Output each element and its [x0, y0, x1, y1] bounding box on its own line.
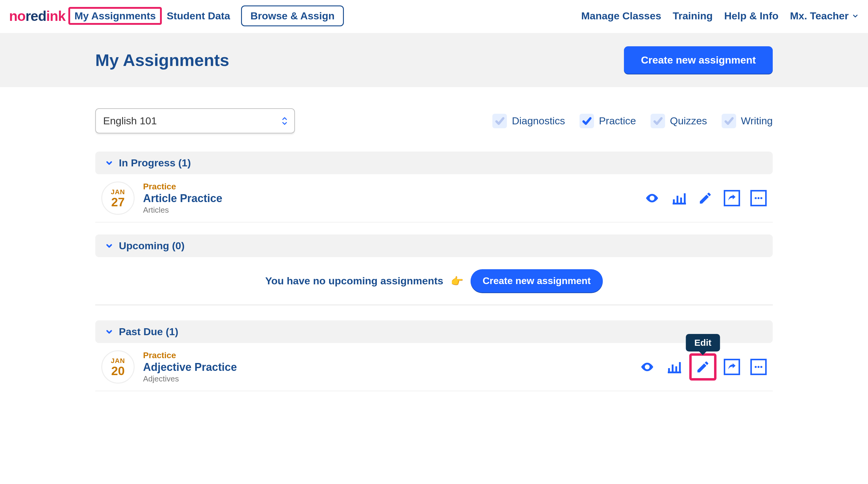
preview-icon[interactable]	[644, 190, 660, 206]
svg-point-7	[757, 197, 760, 199]
analytics-icon[interactable]	[666, 359, 682, 375]
main-content: English 101 Diagnostics Practice Quizzes	[95, 87, 773, 391]
date-month: JAN	[111, 188, 125, 196]
checkbox-icon	[722, 114, 736, 128]
section-label: Past Due (1)	[119, 326, 179, 338]
nav-browse-assign[interactable]: Browse & Assign	[241, 5, 344, 26]
filter-label: Practice	[599, 115, 636, 127]
row-actions	[644, 190, 767, 206]
filter-quizzes[interactable]: Quizzes	[651, 114, 707, 128]
date-badge: JAN 20	[101, 350, 134, 384]
chevron-down-icon	[105, 159, 114, 167]
filter-label: Writing	[741, 115, 773, 127]
logo-part-no: no	[9, 8, 25, 24]
user-menu[interactable]: Mx. Teacher	[790, 10, 859, 22]
select-chevrons-icon	[282, 117, 288, 125]
page-title: My Assignments	[95, 50, 229, 70]
create-assignment-button-inline[interactable]: Create new assignment	[471, 269, 603, 293]
assignment-type: Practice	[143, 182, 222, 191]
nav-my-assignments[interactable]: My Assignments	[68, 7, 162, 25]
create-assignment-button[interactable]: Create new assignment	[624, 46, 773, 74]
assignment-title[interactable]: Adjective Practice	[143, 361, 237, 373]
assignment-row: JAN 20 Practice Adjective Practice Adjec…	[95, 343, 773, 391]
assignment-info: Practice Article Practice Articles	[143, 182, 222, 215]
checkbox-icon	[651, 114, 665, 128]
assignment-info: Practice Adjective Practice Adjectives	[143, 351, 237, 384]
nav-help-info[interactable]: Help & Info	[724, 10, 778, 22]
date-badge: JAN 27	[101, 181, 134, 215]
more-icon[interactable]	[750, 359, 767, 375]
assignment-row: JAN 27 Practice Article Practice Article…	[95, 174, 773, 222]
share-icon[interactable]	[724, 359, 740, 375]
chevron-down-icon	[105, 242, 114, 250]
svg-point-6	[754, 197, 757, 199]
share-icon[interactable]	[724, 190, 740, 206]
top-nav: noredink My Assignments Student Data Bro…	[0, 0, 868, 33]
assignment-title[interactable]: Article Practice	[143, 192, 222, 205]
chevron-down-icon	[105, 328, 114, 336]
filter-label: Quizzes	[670, 115, 707, 127]
nav-right: Manage Classes Training Help & Info Mx. …	[581, 10, 859, 22]
svg-point-0	[651, 197, 653, 199]
edit-tooltip: Edit	[686, 334, 720, 352]
assignment-subtitle: Adjectives	[143, 374, 237, 384]
logo-part-ink: ink	[46, 8, 65, 24]
section-in-progress[interactable]: In Progress (1)	[95, 152, 773, 174]
assignment-subtitle: Articles	[143, 205, 222, 215]
edit-button-highlighted[interactable]: Edit	[689, 353, 716, 381]
class-select[interactable]: English 101	[95, 108, 295, 133]
empty-upcoming: You have no upcoming assignments 👉 Creat…	[95, 257, 773, 305]
pointing-emoji-icon: 👉	[451, 275, 463, 287]
section-label: Upcoming (0)	[119, 240, 185, 252]
class-select-value: English 101	[103, 115, 157, 126]
more-icon[interactable]	[750, 190, 767, 206]
preview-icon[interactable]	[639, 359, 655, 375]
filter-row: English 101 Diagnostics Practice Quizzes	[95, 87, 773, 149]
date-day: 27	[111, 196, 125, 208]
nav-training[interactable]: Training	[673, 10, 713, 22]
section-past-due[interactable]: Past Due (1)	[95, 320, 773, 343]
logo-part-red: red	[25, 8, 46, 24]
filter-diagnostics[interactable]: Diagnostics	[492, 114, 565, 128]
svg-point-16	[757, 366, 760, 368]
date-day: 20	[111, 365, 125, 377]
section-upcoming[interactable]: Upcoming (0)	[95, 235, 773, 257]
svg-point-9	[646, 366, 648, 368]
filter-label: Diagnostics	[512, 115, 565, 127]
edit-icon[interactable]	[697, 190, 713, 206]
analytics-icon[interactable]	[671, 190, 687, 206]
chevron-down-icon	[852, 12, 859, 20]
nav-left: My Assignments Student Data Browse & Ass…	[74, 5, 344, 26]
edit-icon[interactable]	[695, 359, 711, 375]
svg-point-17	[760, 366, 763, 368]
svg-point-15	[754, 366, 757, 368]
logo[interactable]: noredink	[9, 8, 65, 24]
assignment-type: Practice	[143, 351, 237, 360]
filter-writing[interactable]: Writing	[722, 114, 773, 128]
nav-manage-classes[interactable]: Manage Classes	[581, 10, 661, 22]
date-month: JAN	[111, 357, 125, 365]
svg-point-8	[760, 197, 763, 199]
section-label: In Progress (1)	[119, 157, 191, 169]
page-header: My Assignments Create new assignment	[0, 33, 868, 87]
filter-checks: Diagnostics Practice Quizzes Writing	[492, 114, 773, 128]
checkbox-checked-icon	[580, 114, 594, 128]
checkbox-icon	[492, 114, 507, 128]
empty-text: You have no upcoming assignments	[265, 275, 443, 287]
nav-student-data[interactable]: Student Data	[167, 10, 230, 22]
row-actions: Edit	[639, 359, 767, 375]
filter-practice[interactable]: Practice	[580, 114, 636, 128]
user-name: Mx. Teacher	[790, 10, 849, 22]
